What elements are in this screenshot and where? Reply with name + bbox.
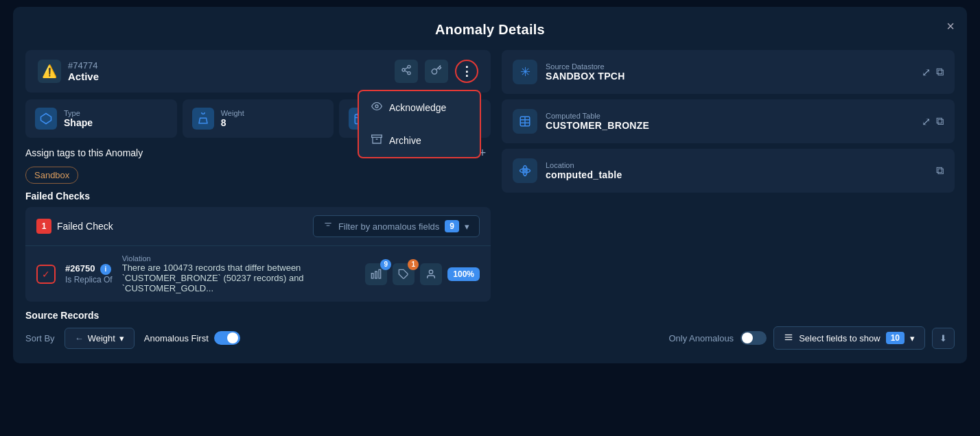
top-section: ⚠️ #74774 Active: [13, 50, 967, 302]
source-records-section: Source Records Sort By ← Weight ▾ Anomal…: [13, 310, 967, 350]
failed-checks-section: Failed Checks 1 Failed Check F: [25, 191, 491, 302]
copy-button-location[interactable]: ⧉: [936, 165, 944, 177]
percent-badge: 100%: [447, 267, 480, 281]
violation-label: Violation: [122, 254, 356, 263]
type-card: Type Shape: [25, 99, 177, 138]
weight-icon: [192, 108, 214, 130]
fields-count: 10: [886, 332, 905, 344]
filter-icon: [323, 221, 333, 232]
failed-checks-header: 1 Failed Check Filter by anomalous field…: [25, 207, 491, 246]
warning-icon: ⚠️: [38, 60, 61, 83]
source-datastore-info: Source Datastore SANDBOX TPCH: [546, 62, 625, 82]
sort-field: Weight: [88, 333, 115, 343]
check-name: Is Replica Of: [65, 275, 113, 284]
table-icon: [513, 109, 537, 134]
weight-value: 8: [221, 117, 244, 128]
key-button[interactable]: [425, 60, 448, 83]
external-link-button[interactable]: ⤢: [922, 66, 931, 79]
anomaly-info: #74774 Active: [68, 60, 99, 82]
svg-rect-17: [375, 271, 377, 278]
archive-menu-item[interactable]: Archive: [359, 124, 480, 157]
more-options-button[interactable]: ⋮: [455, 60, 478, 83]
select-fields-button[interactable]: Select fields to show 10 ▾: [773, 326, 925, 350]
info-icon: i: [100, 264, 111, 275]
filter-button[interactable]: Filter by anomalous fields 9 ▾: [313, 215, 480, 237]
computed-table-actions: ⤢ ⧉: [922, 115, 944, 128]
share-button[interactable]: [395, 60, 418, 83]
svg-line-3: [405, 71, 408, 73]
source-datastore-row: ✳ Source Datastore SANDBOX TPCH ⤢ ⧉: [502, 50, 955, 94]
weight-card: Weight 8: [183, 99, 334, 138]
computed-table-value: CUSTOMER_BRONZE: [546, 120, 649, 131]
location-info: Location computed_table: [546, 161, 622, 180]
svg-point-2: [408, 72, 410, 75]
failed-checks-title: Failed Checks: [25, 191, 491, 202]
anomaly-header-card: ⚠️ #74774 Active: [25, 50, 491, 93]
sandbox-tag[interactable]: Sandbox: [25, 167, 78, 184]
anomaly-id: #74774: [68, 60, 99, 71]
source-datastore-left: ✳ Source Datastore SANDBOX TPCH: [513, 60, 625, 84]
violation-block: Violation There are 100473 records that …: [122, 254, 356, 293]
check-id-block: #26750 i Is Replica Of: [65, 263, 113, 284]
columns-icon: [784, 332, 793, 344]
type-info: Type Shape: [64, 109, 93, 128]
source-datastore-label: Source Datastore: [546, 62, 625, 71]
fields-chevron-icon: ▾: [910, 333, 915, 343]
source-datastore-actions: ⤢ ⧉: [922, 66, 944, 79]
svg-line-4: [405, 67, 408, 69]
weight-info: Weight 8: [221, 109, 244, 128]
location-label: Location: [546, 161, 622, 169]
computed-external-link-button[interactable]: ⤢: [922, 115, 931, 128]
more-icon: ⋮: [460, 64, 474, 79]
weight-label: Weight: [221, 109, 244, 117]
close-button[interactable]: ×: [946, 19, 955, 33]
sort-arrow-icon: ←: [75, 333, 84, 343]
filter-label: Filter by anomalous fields: [338, 221, 439, 232]
header-actions: ⋮ Acknowledge: [395, 60, 478, 83]
location-actions: ⧉: [936, 165, 944, 177]
archive-icon: [371, 134, 382, 147]
anomaly-status: Active: [68, 71, 99, 82]
failed-check-label: Failed Check: [57, 221, 113, 232]
source-records-title: Source Records: [25, 310, 955, 321]
snowflake-icon: ✳: [513, 60, 537, 84]
computed-table-left: Computed Table CUSTOMER_BRONZE: [513, 109, 649, 134]
modal-header: Anomaly Details ×: [13, 7, 967, 50]
svg-point-0: [408, 65, 410, 68]
check-id: #26750 i: [65, 263, 113, 275]
source-records-toolbar: Sort By ← Weight ▾ Anomalous First Only …: [25, 326, 955, 350]
location-row: Location computed_table ⧉: [502, 149, 955, 193]
sort-button[interactable]: ← Weight ▾: [65, 328, 135, 349]
only-anomalous-toggle[interactable]: [740, 331, 767, 345]
svg-point-20: [430, 270, 433, 274]
type-label: Type: [64, 109, 93, 117]
right-panel: ✳ Source Datastore SANDBOX TPCH ⤢ ⧉: [502, 50, 955, 302]
type-value: Shape: [64, 117, 93, 128]
archive-label: Archive: [389, 135, 421, 146]
share-icon: [401, 64, 412, 78]
anomalous-first-toggle[interactable]: [214, 331, 240, 345]
copy-button-source[interactable]: ⧉: [936, 66, 944, 79]
download-button[interactable]: ⬇: [932, 328, 955, 349]
svg-marker-8: [41, 114, 51, 124]
only-anomalous-label: Only Anomalous: [668, 333, 734, 343]
check-actions: 9 1: [365, 263, 480, 285]
eye-icon: [371, 101, 382, 114]
svg-point-1: [402, 69, 405, 71]
check-checkbox[interactable]: ✓: [36, 265, 56, 284]
right-toolbar: Only Anomalous Select fields to show 10 …: [668, 326, 955, 350]
acknowledge-menu-item[interactable]: Acknowledge: [359, 91, 480, 124]
computed-table-info: Computed Table CUSTOMER_BRONZE: [546, 112, 649, 131]
sort-chevron-icon: ▾: [119, 333, 124, 343]
svg-rect-16: [372, 273, 374, 278]
bars-icon-group: 9: [365, 263, 387, 285]
select-fields-label: Select fields to show: [799, 333, 880, 343]
svg-point-27: [524, 170, 526, 172]
key-icon: [431, 64, 442, 78]
user-button[interactable]: [420, 263, 442, 285]
tag-badge: 1: [408, 259, 419, 270]
anomalous-first-label: Anomalous First: [144, 333, 209, 343]
copy-button-computed[interactable]: ⧉: [936, 115, 944, 128]
anomaly-details-modal: Anomaly Details × ⚠️ #74774 Active: [13, 7, 967, 363]
check-row: ✓ #26750 i Is Replica Of Violation Th: [25, 246, 491, 302]
